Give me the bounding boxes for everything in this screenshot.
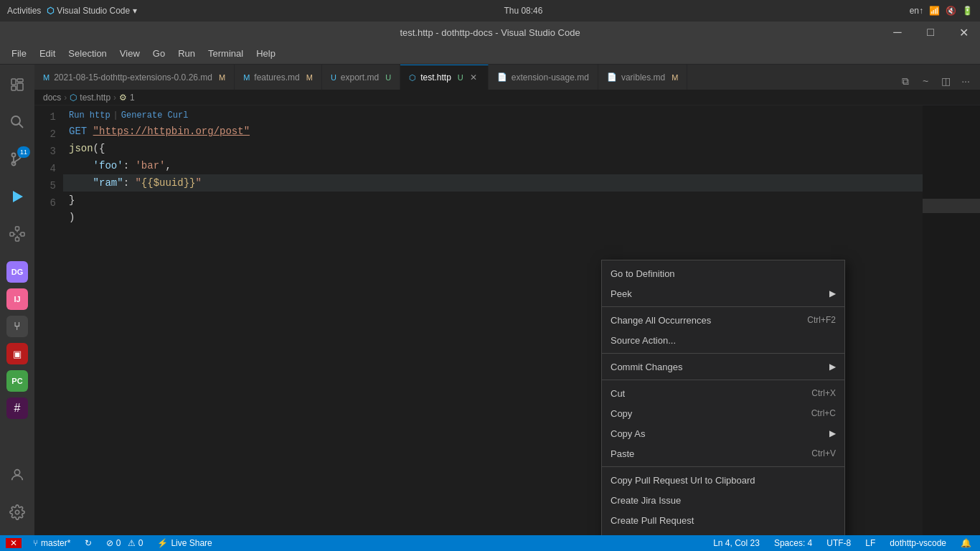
app-icon-datagrip[interactable]: DG (6, 261, 28, 283)
ctx-goto-definition[interactable]: Go to Definition (602, 263, 844, 283)
activity-icon-extensions[interactable] (0, 217, 34, 251)
status-branch[interactable]: ⑂ master* (30, 538, 73, 548)
val-template-open: " (135, 174, 141, 192)
ctx-peek[interactable]: Peek ▶ (602, 283, 844, 303)
menu-help[interactable]: Help (250, 45, 281, 62)
live-share-icon: ⚡ (157, 538, 168, 548)
open-in-preview-button[interactable]: ◫ (937, 72, 954, 90)
context-menu: Go to Definition Peek ▶ Change All Occur… (601, 260, 845, 535)
generate-curl-link[interactable]: Generate Curl (121, 107, 189, 124)
run-http-bar: Run http | Generate Curl (63, 108, 923, 123)
minimize-button[interactable]: ─ (881, 22, 914, 43)
open-changes-button[interactable]: ~ (917, 72, 934, 90)
close-button[interactable]: ✕ (947, 22, 980, 43)
ctx-create-pull-request[interactable]: Create Pull Request (602, 510, 844, 530)
more-actions-button[interactable]: ··· (957, 72, 974, 90)
breadcrumb-sep2: › (113, 93, 116, 103)
status-spaces[interactable]: Spaces: 4 (771, 538, 815, 548)
menu-file[interactable]: File (6, 45, 32, 62)
status-sync[interactable]: ↻ (82, 538, 95, 548)
tab-export-md[interactable]: U export.md U (322, 65, 400, 90)
ctx-sep-4 (602, 466, 844, 467)
ctx-create-jira-issue[interactable]: Create Jira Issue (602, 490, 844, 510)
breadcrumb-section[interactable]: 1 (130, 93, 135, 103)
tab-close-button[interactable]: ✕ (468, 72, 479, 83)
tab-varibles-md[interactable]: 📄 varibles.md M (598, 65, 688, 90)
tab-test-http[interactable]: ⬡ test.http U ✕ (400, 65, 489, 90)
split-editor-button[interactable]: ⧉ (897, 72, 914, 90)
app-icon-pycharm[interactable]: PC (6, 370, 28, 392)
language-indicator[interactable]: en↑ (910, 6, 923, 16)
maximize-button[interactable]: □ (914, 22, 947, 43)
status-errors[interactable]: ⊘ 0 ⚠ 0 (103, 538, 146, 548)
ctx-copy-pull-request-url[interactable]: Copy Pull Request Url to Clipboard (602, 470, 844, 490)
status-line-ending[interactable]: LF (862, 538, 878, 548)
activity-icon-source-control[interactable]: 11 (0, 142, 34, 176)
indent (69, 157, 93, 174)
ctx-copy-as-arrow: ▶ (829, 428, 836, 438)
ctx-source-action[interactable]: Source Action... (602, 330, 844, 350)
sound-icon: 🔇 (946, 6, 956, 16)
activities-label[interactable]: Activities (7, 6, 41, 16)
menu-run[interactable]: Run (172, 45, 201, 62)
colon1: : (123, 157, 136, 174)
app-icon-terminal-red[interactable]: ▣ (6, 343, 28, 364)
breadcrumb-sep1: › (64, 93, 67, 103)
app-icon-intellij[interactable]: IJ (6, 288, 28, 310)
activity-icon-run-debug[interactable] (0, 179, 34, 214)
menu-selection[interactable]: Selection (62, 45, 112, 62)
ctx-sep-2 (602, 353, 844, 354)
status-encoding[interactable]: UTF-8 (824, 538, 854, 548)
ctx-open-changeset[interactable]: Open Changeset (602, 530, 844, 535)
svg-point-4 (11, 116, 20, 125)
code-line-4: "ram": "{{$uuid}}" (63, 174, 923, 192)
branch-label: master* (41, 538, 70, 548)
status-language[interactable]: dothttp-vscode (887, 538, 949, 548)
breadcrumb-docs[interactable]: docs (43, 93, 61, 103)
breadcrumb-file[interactable]: test.http (80, 93, 110, 103)
window-title: test.http - dothttp-docs - Visual Studio… (400, 27, 580, 38)
wifi-icon: 📶 (929, 6, 940, 16)
activity-icon-explorer[interactable] (0, 67, 34, 102)
menu-go[interactable]: Go (147, 45, 171, 62)
ctx-cut[interactable]: Cut Ctrl+X (602, 383, 844, 403)
run-http-link[interactable]: Run http (69, 107, 110, 124)
activity-icon-account[interactable] (0, 458, 34, 492)
ctx-change-all-occurrences[interactable]: Change All Occurrences Ctrl+F2 (602, 310, 844, 330)
ctx-cut-shortcut: Ctrl+X (811, 388, 836, 398)
svg-point-6 (12, 154, 16, 157)
keyword-get: GET (69, 123, 93, 140)
status-live-share[interactable]: ⚡ Live Share (154, 538, 215, 548)
tab-extension-usage[interactable]: 📄 extension-usage.md (489, 65, 598, 90)
app-icon-github[interactable]: ⑂ (6, 316, 28, 337)
activity-bar-bottom (0, 458, 34, 535)
code-line-2: json({ (63, 140, 923, 157)
menu-terminal[interactable]: Terminal (202, 45, 249, 62)
svg-rect-3 (11, 86, 16, 90)
code-line-1: GET "https://httpbin.org/post" (63, 123, 923, 140)
activity-icon-search[interactable] (0, 105, 34, 139)
menu-view[interactable]: View (114, 45, 146, 62)
activity-icon-settings[interactable] (0, 495, 34, 529)
status-bar: ✕ ⑂ master* ↻ ⊘ 0 ⚠ 0 ⚡ Live Share Ln 4,… (0, 535, 980, 551)
tab-2021-changelog[interactable]: M 2021-08-15-dothttp-extensions-0.0.26.m… (34, 65, 235, 90)
errors-label: ⊘ 0 (106, 538, 121, 548)
app-icon-slack[interactable]: # (6, 397, 28, 419)
ctx-create-pull-request-label: Create Pull Request (611, 515, 836, 526)
menu-edit[interactable]: Edit (34, 45, 61, 62)
tab-git-m3: M (672, 73, 678, 82)
ctx-copy-as[interactable]: Copy As ▶ (602, 423, 844, 443)
ctx-commit-changes[interactable]: Commit Changes ▶ (602, 357, 844, 377)
status-position[interactable]: Ln 4, Col 23 (710, 538, 763, 548)
vscode-app-label: ⬡ Visual Studio Code ▾ (47, 6, 137, 16)
ctx-paste[interactable]: Paste Ctrl+V (602, 443, 844, 463)
tab-features-md[interactable]: M features.md M (235, 65, 322, 90)
ctx-copy[interactable]: Copy Ctrl+C (602, 403, 844, 423)
status-error-indicator[interactable]: ✕ (6, 538, 22, 548)
warnings-label: ⚠ 0 (128, 538, 143, 548)
key-ram: "ram" (93, 174, 123, 192)
status-bar-left: ✕ ⑂ master* ↻ ⊘ 0 ⚠ 0 ⚡ Live Share (6, 538, 215, 548)
ctx-paste-label: Paste (611, 448, 811, 459)
tabs-bar: M 2021-08-15-dothttp-extensions-0.0.26.m… (34, 65, 980, 90)
status-notification[interactable]: 🔔 (958, 538, 974, 548)
